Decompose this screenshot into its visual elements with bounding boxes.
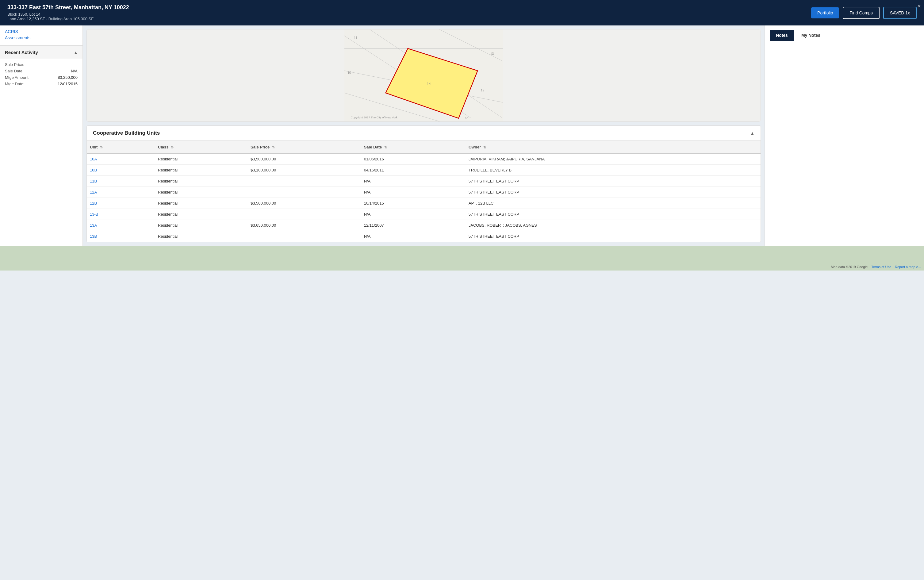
cell-class: Residential xyxy=(155,220,247,231)
table-row: 11BResidentialN/A57TH STREET EAST CORP xyxy=(87,176,761,187)
right-panel: Notes My Notes xyxy=(764,25,924,246)
cell-unit[interactable]: 13A xyxy=(87,220,155,231)
cell-sale-price xyxy=(247,187,361,198)
table-row: 13-BResidentialN/A57TH STREET EAST CORP xyxy=(87,209,761,220)
lot-map-svg: 11 13 10 19 14 Copyright 2017 The City o… xyxy=(87,30,761,122)
coop-section: Cooperative Building Units ▲ Unit ⇅ Clas… xyxy=(86,125,761,242)
sale-date-row: Sale Date: N/A xyxy=(5,69,77,73)
cell-unit[interactable]: 13B xyxy=(87,231,155,242)
chevron-up-icon: ▲ xyxy=(74,50,77,54)
sort-owner-icon[interactable]: ⇅ xyxy=(483,145,486,149)
mtge-amount-value: $3,250,000 xyxy=(58,75,77,80)
sale-date-value: N/A xyxy=(71,69,77,73)
svg-text:20: 20 xyxy=(465,117,468,120)
map-placeholder: 11 13 10 19 14 Copyright 2017 The City o… xyxy=(87,30,761,122)
terms-link[interactable]: Terms of Use xyxy=(871,265,891,269)
cell-sale-price: $3,650,000.00 xyxy=(247,220,361,231)
notes-tabs: Notes My Notes xyxy=(765,25,924,41)
cell-unit[interactable]: 12A xyxy=(87,187,155,198)
svg-text:14: 14 xyxy=(427,82,431,86)
cell-owner: TRUEILLE, BEVERLY B xyxy=(466,165,761,176)
coop-table-wrap: Unit ⇅ Class ⇅ Sale Price ⇅ xyxy=(87,141,761,242)
cell-class: Residential xyxy=(155,176,247,187)
cell-class: Residential xyxy=(155,198,247,209)
recent-activity-section: Recent Activity ▲ Sale Price: Sale Date:… xyxy=(0,45,82,92)
sort-unit-icon[interactable]: ⇅ xyxy=(100,145,103,149)
header-left: 333-337 East 57th Street, Manhattan, NY … xyxy=(7,4,129,21)
recent-activity-data: Sale Price: Sale Date: N/A Mtge Amount: … xyxy=(0,59,82,92)
sort-sale-price-icon[interactable]: ⇅ xyxy=(272,145,275,149)
table-row: 13AResidential$3,650,000.0012/11/2007JAC… xyxy=(87,220,761,231)
map-card: 11 13 10 19 14 Copyright 2017 The City o… xyxy=(86,29,761,122)
mtge-date-row: Mtge Date: 12/01/2015 xyxy=(5,82,77,86)
cell-sale-date: 04/15/2011 xyxy=(361,165,466,176)
cell-unit[interactable]: 12B xyxy=(87,198,155,209)
property-title: 333-337 East 57th Street, Manhattan, NY … xyxy=(7,4,129,11)
center-content: 11 13 10 19 14 Copyright 2017 The City o… xyxy=(83,25,764,246)
svg-text:19: 19 xyxy=(481,89,484,92)
cell-unit[interactable]: 11B xyxy=(87,176,155,187)
col-sale-date: Sale Date ⇅ xyxy=(361,141,466,153)
col-owner: Owner ⇅ xyxy=(466,141,761,153)
close-button[interactable]: × xyxy=(917,3,921,10)
assessments-link[interactable]: Assessments xyxy=(5,35,77,40)
coop-table: Unit ⇅ Class ⇅ Sale Price ⇅ xyxy=(87,141,761,242)
acris-link[interactable]: ACRIS xyxy=(5,29,77,34)
svg-text:13: 13 xyxy=(490,52,494,56)
property-block: Block 1350, Lot 14 xyxy=(7,12,129,16)
table-row: 10AResidential$3,500,000.0001/06/2016JAI… xyxy=(87,153,761,165)
cell-unit[interactable]: 10A xyxy=(87,153,155,165)
cell-owner: 57TH STREET EAST CORP xyxy=(466,176,761,187)
tab-notes[interactable]: Notes xyxy=(770,30,794,41)
sale-price-label: Sale Price: xyxy=(5,62,24,67)
cell-sale-date: N/A xyxy=(361,187,466,198)
sort-class-icon[interactable]: ⇅ xyxy=(171,145,174,149)
tab-my-notes[interactable]: My Notes xyxy=(795,30,827,41)
find-comps-button[interactable]: Find Comps xyxy=(843,7,879,19)
cell-owner: 57TH STREET EAST CORP xyxy=(466,209,761,220)
cell-sale-price: $3,500,000.00 xyxy=(247,153,361,165)
cell-class: Residential xyxy=(155,231,247,242)
table-row: 13BResidentialN/A57TH STREET EAST CORP xyxy=(87,231,761,242)
cell-sale-price xyxy=(247,231,361,242)
sale-price-row: Sale Price: xyxy=(5,62,77,67)
cell-owner: APT. 12B LLC xyxy=(466,198,761,209)
cell-sale-price xyxy=(247,209,361,220)
sort-sale-date-icon[interactable]: ⇅ xyxy=(384,145,387,149)
svg-text:Copyright 2017 The City of New: Copyright 2017 The City of New York xyxy=(351,116,398,119)
mtge-date-value: 12/01/2015 xyxy=(58,82,77,86)
cell-class: Residential xyxy=(155,187,247,198)
col-unit: Unit ⇅ xyxy=(87,141,155,153)
header: 333-337 East 57th Street, Manhattan, NY … xyxy=(0,0,924,25)
cell-sale-price: $3,100,000.00 xyxy=(247,165,361,176)
cell-sale-date: N/A xyxy=(361,231,466,242)
cell-unit[interactable]: 10B xyxy=(87,165,155,176)
recent-activity-header[interactable]: Recent Activity ▲ xyxy=(0,46,82,59)
sidebar-links: ACRIS Assessments xyxy=(0,25,82,45)
svg-text:10: 10 xyxy=(348,71,351,74)
cell-owner: 57TH STREET EAST CORP xyxy=(466,231,761,242)
report-link[interactable]: Report a map e... xyxy=(895,265,921,269)
map-data-label: Map data ©2019 Google xyxy=(831,265,868,269)
sale-date-label: Sale Date: xyxy=(5,69,24,73)
mtge-amount-label: Mtge Amount: xyxy=(5,75,30,80)
main-container: ACRIS Assessments Recent Activity ▲ Sale… xyxy=(0,25,924,246)
svg-text:11: 11 xyxy=(354,36,357,40)
table-row: 10BResidential$3,100,000.0004/15/2011TRU… xyxy=(87,165,761,176)
table-header-row: Unit ⇅ Class ⇅ Sale Price ⇅ xyxy=(87,141,761,153)
table-row: 12BResidential$3,500,000.0010/14/2015APT… xyxy=(87,198,761,209)
cell-unit[interactable]: 13-B xyxy=(87,209,155,220)
coop-title: Cooperative Building Units xyxy=(93,130,160,136)
cell-class: Residential xyxy=(155,153,247,165)
cell-sale-date: 10/14/2015 xyxy=(361,198,466,209)
mtge-amount-row: Mtge Amount: $3,250,000 xyxy=(5,75,77,80)
col-sale-price: Sale Price ⇅ xyxy=(247,141,361,153)
saved-button[interactable]: SAVED 1x xyxy=(883,7,917,19)
recent-activity-title: Recent Activity xyxy=(5,50,38,55)
portfolio-button[interactable]: Portfolio xyxy=(811,7,839,18)
property-area: Land Area 12,250 SF · Building Area 105,… xyxy=(7,16,129,21)
cell-class: Residential xyxy=(155,209,247,220)
cell-sale-date: 01/06/2016 xyxy=(361,153,466,165)
cell-sale-date: 12/11/2007 xyxy=(361,220,466,231)
coop-collapse-icon[interactable]: ▲ xyxy=(750,131,754,135)
